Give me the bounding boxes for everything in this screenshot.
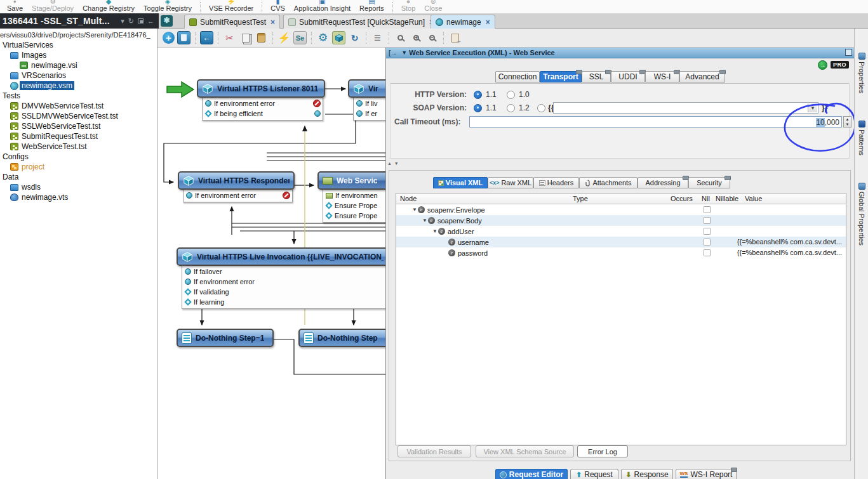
tree-item-newimage-vsm[interactable]: newimage.vsm [0,81,157,91]
model-cube-icon[interactable] [332,31,345,44]
zoom-in-icon[interactable]: + [410,31,423,44]
tab-response[interactable]: ⬇Response [621,469,673,479]
tree-item-project[interactable]: project [0,162,157,172]
close-tab-icon[interactable]: × [270,18,275,27]
tree-item-configs[interactable]: Configs [0,152,157,162]
tab-ssl[interactable]: SSL [582,71,611,82]
xml-node-row-soapenv-envelope[interactable]: ▼esoapenv:Envelope [396,204,846,215]
soap-version-combo[interactable]: ▼ [553,102,818,114]
tab-attachments[interactable]: Attachments [579,177,638,188]
dock-left-icon[interactable]: ← [147,17,154,25]
tree-item-sslwebservicetest-tst[interactable]: SSLWebServiceTest.tst [0,121,157,131]
soap-1-2-radio[interactable] [507,104,515,112]
tab-security[interactable]: Security [688,177,730,188]
node-virtual-https-listener[interactable]: Virtual HTTPS Listener 8011 If environme… [197,79,325,121]
tree-item-images[interactable]: Images [0,50,157,60]
tab-request[interactable]: ⬆Request [570,469,618,479]
branch-item[interactable]: If environment error [186,190,290,200]
node-do-nothing-step-1[interactable]: Do-Nothing Step~1 [177,329,274,347]
window-title-tab[interactable]: 1366441 -SSL_ST_Mult... ▾ ↻ ← [0,13,159,29]
branch-item[interactable]: Ensure Prope [326,200,386,211]
tree-item-tests[interactable]: Tests [0,91,157,101]
branch-item[interactable]: Ensure Prope [326,211,386,221]
branch-item[interactable]: If being efficient [205,108,321,119]
splitter-control[interactable]: ▲ ▼ [387,161,399,166]
expand-icon[interactable] [138,18,144,23]
call-timeout-input[interactable]: 10,000 [469,116,842,128]
nil-checkbox[interactable] [704,206,711,213]
application-insight-button[interactable]: ▣Application Insight [294,0,351,12]
add-step-icon[interactable]: + [163,32,175,44]
branch-item[interactable]: If failover [185,266,384,277]
node-header[interactable]: Do-Nothing Step [298,329,386,347]
export-icon[interactable] [448,31,462,44]
tab-newimage[interactable]: newimage × [431,15,495,29]
tab-visual-xml[interactable]: Visual XML [433,177,488,188]
node-header[interactable]: Web Servic [317,171,386,190]
nil-checkbox[interactable] [704,239,711,246]
tab-ws-i[interactable]: WS-I [645,71,679,82]
reports-button[interactable]: ▤Reports [359,0,384,12]
xml-node-row-adduser[interactable]: ▼eaddUser [396,226,846,237]
timeout-spinner[interactable]: ▲▼ [843,116,851,128]
dock-icon[interactable]: [→ [389,49,397,56]
outline-view-icon[interactable] [371,31,384,44]
nil-checkbox[interactable] [704,217,711,224]
tab-uddi[interactable]: UDDI [611,71,645,82]
nil-checkbox[interactable] [704,228,711,235]
combo-dropdown-icon[interactable]: ▼ [808,103,817,112]
patterns-tab[interactable]: Patterns [856,121,867,155]
branch-item[interactable]: If liv [356,98,386,108]
nil-checkbox[interactable] [704,249,711,256]
back-icon[interactable]: ← [200,31,213,44]
branch-item[interactable]: If environmen [326,190,386,200]
tab-submitrequesttest-quickstagerun[interactable]: SubmitRequestTest [QuickStageRun] × [283,15,439,29]
zoom-icon[interactable] [394,31,407,44]
node-header[interactable]: Virtual HTTPS Live Invocation {{LIVE_INV… [177,247,386,266]
close-button[interactable]: ⊗Close [424,0,442,12]
node-web-service[interactable]: Web Servic If environmen Ensure Prope En… [317,171,386,223]
tab-raw-xml[interactable]: <x>Raw XML [488,177,533,188]
node-do-nothing-step[interactable]: Do-Nothing Step [298,329,386,347]
branch-item[interactable]: If environment error [185,277,384,287]
tree-item-dmvwebservicetest-tst[interactable]: DMVWebServiceTest.tst [0,101,157,111]
change-registry-button[interactable]: ◆Change Registry [83,0,135,12]
expand-caret-icon[interactable]: ▼ [422,218,428,223]
error-log-button[interactable]: Error Log [577,445,628,457]
tab-transport[interactable]: Transport [540,71,582,82]
run-icon[interactable]: ⚡ [277,31,291,44]
chevron-down-icon[interactable]: ▾ [121,17,124,25]
tree-item-data[interactable]: Data [0,172,157,182]
soap-1-1-radio[interactable] [474,104,482,112]
tree-item-webservicetest-tst[interactable]: WebServiceTest.tst [0,141,157,152]
stage-deploy-button[interactable]: ⚙Stage/Deploy [32,0,74,12]
soap-expression-radio[interactable] [537,104,545,112]
zoom-out-icon[interactable]: − [425,31,439,44]
global-properties-tab[interactable]: Global Properties [856,183,867,246]
tab-submitrequesttest[interactable]: SubmitRequestTest × [184,15,280,29]
tab-headers[interactable]: Headers [533,177,579,188]
node-value[interactable]: {{=%beanshell% com.ca.sv.devt... [737,238,842,246]
http-1-0-radio[interactable] [507,91,515,99]
branch-item[interactable]: If learning [185,297,384,307]
tree-item-ssldmvwebservicetest-tst[interactable]: SSLDMVWebServiceTest.tst [0,111,157,121]
pan-hand-icon[interactable]: ↻ [348,31,361,44]
node-virtual-clipped[interactable]: Vir If liv If er [348,79,386,121]
expand-caret-icon[interactable]: ▼ [411,207,418,213]
validation-results-button[interactable]: Validation Results [397,445,471,457]
workspace-switcher-icon[interactable]: ✱ [161,15,173,27]
branch-item[interactable]: If validating [185,287,384,297]
stop-button[interactable]: ●Stop [401,0,416,12]
close-tab-icon[interactable]: × [486,18,490,27]
tab-advanced[interactable]: Advanced [679,71,725,82]
vse-recorder-button[interactable]: ⚡VSE Recorder [209,0,253,12]
cut-icon[interactable]: ✂ [223,31,236,44]
node-header[interactable]: Vir [348,79,386,98]
toggle-registry-button[interactable]: ◈Toggle Registry [144,0,192,12]
paste-icon[interactable] [255,31,268,44]
tab-ws-i-report[interactable]: WSWS-I Report [676,469,737,479]
workflow-canvas[interactable]: Virtual HTTPS Listener 8011 If environme… [157,48,386,479]
view-xml-schema-source-button[interactable]: View XML Schema Source [476,445,574,457]
branch-item[interactable]: If environment error [205,98,321,108]
delete-icon[interactable] [177,31,190,44]
